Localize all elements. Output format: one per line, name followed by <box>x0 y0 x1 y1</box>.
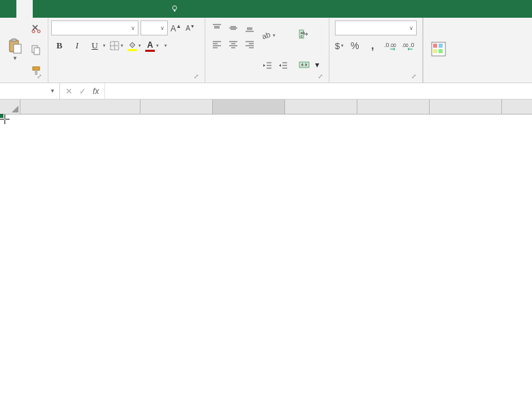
svg-text:.00: .00 <box>389 43 396 48</box>
svg-rect-4 <box>14 44 21 53</box>
tab-fangfanggezi[interactable] <box>131 0 147 18</box>
percent-button[interactable]: % <box>348 40 361 52</box>
svg-rect-1 <box>174 10 175 12</box>
col-header-B[interactable] <box>141 100 213 114</box>
decrease-decimal-button[interactable]: .00.0 <box>401 40 415 52</box>
phonetic-button[interactable]: ▾ <box>163 43 167 48</box>
menu-bar <box>0 0 532 18</box>
font-color-button[interactable]: A▾ <box>145 40 159 52</box>
borders-icon <box>110 41 119 50</box>
formula-input[interactable] <box>105 83 532 99</box>
group-alignment: ab▾ abc ▾ ⤢ <box>205 18 329 82</box>
increase-indent-button[interactable] <box>276 59 290 72</box>
dropdown-icon: ∨ <box>158 25 164 31</box>
svg-text:ab: ab <box>261 30 271 40</box>
dialog-launcher-icon[interactable]: ⤢ <box>410 73 418 81</box>
align-middle-button[interactable] <box>226 20 241 35</box>
dropdown-icon: ∨ <box>407 25 413 31</box>
col-header-E[interactable] <box>357 100 430 114</box>
increase-font-button[interactable]: A▲ <box>170 23 182 33</box>
col-header-A[interactable] <box>20 100 141 114</box>
cell-cursor-icon <box>0 115 10 124</box>
align-center-icon <box>228 40 238 48</box>
number-format-combo[interactable]: ∨ <box>335 20 417 35</box>
align-right-button[interactable] <box>242 37 257 52</box>
bold-button[interactable]: B <box>53 39 66 52</box>
tab-diytoolbox[interactable] <box>147 0 164 18</box>
align-left-button[interactable] <box>209 37 224 52</box>
worksheet[interactable] <box>0 100 532 115</box>
decrease-font-button[interactable]: A▼ <box>184 24 196 32</box>
svg-text:c: c <box>301 34 303 38</box>
cancel-formula-icon[interactable]: ✕ <box>65 87 72 96</box>
select-all-corner[interactable] <box>0 100 20 114</box>
dialog-launcher-icon[interactable]: ⤢ <box>192 73 201 81</box>
dropdown-icon: ▾ <box>315 60 319 70</box>
name-box[interactable]: ▼ <box>0 83 60 99</box>
column-headers <box>0 100 532 115</box>
fx-icon[interactable]: fx <box>93 87 99 96</box>
ribbon: ▼ ⤢ ∨ ∨ A▲ A▼ B I U▾ ▾ ▾ A▾ <box>0 18 532 83</box>
lightbulb-icon <box>171 5 179 13</box>
italic-button[interactable]: I <box>70 39 84 52</box>
tab-pagelayout[interactable] <box>49 0 65 18</box>
dialog-launcher-icon[interactable]: ⤢ <box>35 73 44 81</box>
dialog-launcher-icon[interactable]: ⤢ <box>316 73 325 81</box>
dropdown-icon: ∨ <box>128 25 135 31</box>
conditional-formatting-icon <box>430 41 447 57</box>
svg-point-0 <box>173 6 177 10</box>
dropdown-icon: ▾ <box>273 33 276 38</box>
copy-button[interactable] <box>29 44 43 56</box>
tab-view[interactable] <box>115 0 131 18</box>
dropdown-icon: ▾ <box>121 43 123 48</box>
wrap-text-button[interactable]: abc <box>296 27 322 42</box>
borders-button[interactable]: ▾ <box>110 41 123 50</box>
align-left-icon <box>212 40 222 48</box>
accounting-format-button[interactable]: $▾ <box>335 41 344 51</box>
fill-color-button[interactable]: ▾ <box>128 41 141 51</box>
underline-button[interactable]: U▾ <box>88 39 106 52</box>
enter-formula-icon[interactable]: ✓ <box>79 87 86 96</box>
tab-home[interactable] <box>16 0 33 18</box>
tab-insert[interactable] <box>33 0 49 18</box>
col-header-D[interactable] <box>285 100 357 114</box>
col-header-F[interactable] <box>430 100 502 114</box>
formula-bar-row: ▼ ✕ ✓ fx <box>0 83 532 100</box>
dropdown-icon: ▾ <box>164 43 167 48</box>
tab-formulas[interactable] <box>65 0 82 18</box>
align-bottom-button[interactable] <box>242 20 257 35</box>
wrap-text-icon: abc <box>299 29 310 40</box>
decrease-indent-button[interactable] <box>261 59 274 72</box>
tell-me-search[interactable] <box>164 0 189 18</box>
dropdown-icon: ▾ <box>341 43 344 48</box>
font-size-combo[interactable]: ∨ <box>141 20 168 35</box>
merge-icon <box>299 59 310 70</box>
conditional-formatting-button[interactable] <box>426 19 451 80</box>
formula-controls: ✕ ✓ fx <box>60 83 105 99</box>
tab-review[interactable] <box>98 0 115 18</box>
dropdown-icon: ▾ <box>138 43 141 48</box>
group-clipboard: ▼ ⤢ <box>0 18 48 82</box>
paste-button[interactable]: ▼ <box>3 19 27 80</box>
merge-center-button[interactable]: ▾ <box>296 57 322 72</box>
tab-data[interactable] <box>82 0 98 18</box>
svg-rect-53 <box>433 49 437 53</box>
tab-file[interactable] <box>0 0 16 18</box>
svg-rect-8 <box>34 48 40 55</box>
col-header-C[interactable] <box>213 100 285 114</box>
font-name-combo[interactable]: ∨ <box>51 20 138 35</box>
increase-decimal-button[interactable]: .0.00 <box>383 40 397 52</box>
dropdown-icon: ▼ <box>50 88 55 94</box>
comma-button[interactable]: , <box>366 40 379 52</box>
dropdown-icon: ▼ <box>12 55 18 61</box>
cut-button[interactable] <box>29 22 43 35</box>
svg-rect-3 <box>12 39 16 42</box>
svg-rect-51 <box>433 44 437 48</box>
align-center-button[interactable] <box>226 37 241 52</box>
align-top-button[interactable] <box>209 20 224 35</box>
orientation-button[interactable]: ab▾ <box>261 30 290 41</box>
align-bottom-icon <box>245 24 254 32</box>
svg-text:.0: .0 <box>409 42 414 48</box>
svg-rect-45 <box>299 62 309 67</box>
increase-decimal-icon: .0.00 <box>384 41 396 50</box>
